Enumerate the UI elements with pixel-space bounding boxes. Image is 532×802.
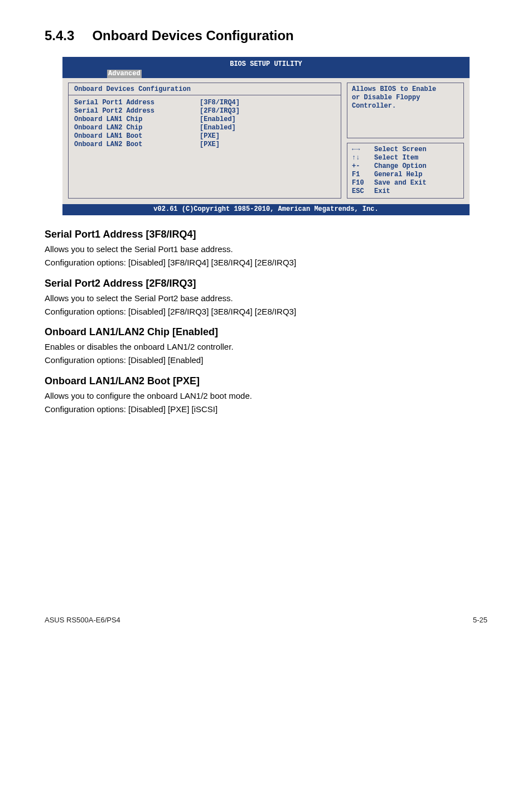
section-title: Onboard Devices Configuration xyxy=(92,28,293,43)
bios-help-line: Allows BIOS to Enable xyxy=(352,85,459,94)
bios-nav-key: ←→ xyxy=(352,146,374,154)
bios-panel-heading: Onboard Devices Configuration xyxy=(74,85,335,94)
bios-nav-desc: Change Option xyxy=(374,162,427,171)
bios-row-label: Serial Port1 Address xyxy=(74,99,200,107)
bios-screenshot: BIOS SETUP UTILITY Advanced Onboard Devi… xyxy=(62,57,470,215)
footer-product: ASUS RS500A-E6/PS4 xyxy=(45,616,120,624)
bios-nav-line: +- Change Option xyxy=(352,162,459,171)
bios-nav-key: F1 xyxy=(352,171,374,179)
bios-row-value: [Enabled] xyxy=(200,124,236,132)
bios-nav-box: ←→ Select Screen ↑↓ Select Item +- Chang… xyxy=(347,143,464,199)
body-text: Allows you to select the Serial Port1 ba… xyxy=(45,244,487,255)
bios-nav-desc: Save and Exit xyxy=(374,179,427,187)
bios-nav-desc: General Help xyxy=(374,171,422,179)
bios-footer: v02.61 (C)Copyright 1985-2010, American … xyxy=(62,204,470,215)
footer-page-number: 5-25 xyxy=(473,616,487,624)
bios-body: Onboard Devices Configuration Serial Por… xyxy=(62,78,470,204)
bios-row: Serial Port2 Address [2F8/IRQ3] xyxy=(74,107,335,115)
bios-help-line: Controller. xyxy=(352,102,459,110)
bios-row: Onboard LAN2 Chip [Enabled] xyxy=(74,124,335,132)
bios-tab-advanced: Advanced xyxy=(107,70,142,78)
bios-nav-key: ESC xyxy=(352,187,374,196)
page-footer: ASUS RS500A-E6/PS4 5-25 xyxy=(45,616,487,624)
divider xyxy=(69,95,341,95)
section-number: 5.4.3 xyxy=(45,28,74,44)
bios-row-value: [PXE] xyxy=(200,132,220,141)
bios-row-label: Serial Port2 Address xyxy=(74,107,200,115)
bios-nav-line: ↑↓ Select Item xyxy=(352,154,459,162)
bios-nav-key: +- xyxy=(352,162,374,171)
body-text: Configuration options: [Disabled] [PXE] … xyxy=(45,404,487,415)
bios-row: Serial Port1 Address [3F8/IRQ4] xyxy=(74,99,335,107)
subsection-heading: Serial Port2 Address [2F8/IRQ3] xyxy=(45,278,487,289)
bios-row: Onboard LAN2 Boot [PXE] xyxy=(74,141,335,149)
subsection-heading: Onboard LAN1/LAN2 Boot [PXE] xyxy=(45,375,487,387)
bios-nav-desc: Exit xyxy=(374,187,390,196)
bios-header: BIOS SETUP UTILITY Advanced xyxy=(62,57,470,78)
body-text: Configuration options: [Disabled] [3F8/I… xyxy=(45,257,487,268)
body-text: Allows you to select the Serial Port2 ba… xyxy=(45,293,487,304)
bios-nav-key: ↑↓ xyxy=(352,154,374,162)
bios-title: BIOS SETUP UTILITY xyxy=(68,60,464,69)
bios-nav-line: F1 General Help xyxy=(352,171,459,179)
bios-nav-key: F10 xyxy=(352,179,374,187)
body-text: Configuration options: [Disabled] [Enabl… xyxy=(45,355,487,366)
bios-nav-desc: Select Item xyxy=(374,154,418,162)
bios-row-label: Onboard LAN2 Chip xyxy=(74,124,200,132)
bios-row-label: Onboard LAN1 Boot xyxy=(74,132,200,141)
bios-help-line: or Disable Floppy xyxy=(352,94,459,102)
bios-nav-line: ESC Exit xyxy=(352,187,459,196)
bios-row: Onboard LAN1 Chip [Enabled] xyxy=(74,115,335,124)
bios-row-value: [PXE] xyxy=(200,141,220,149)
bios-row-label: Onboard LAN2 Boot xyxy=(74,141,200,149)
subsection-heading: Onboard LAN1/LAN2 Chip [Enabled] xyxy=(45,326,487,338)
body-text: Allows you to configure the onboard LAN1… xyxy=(45,390,487,402)
section-heading: 5.4.3Onboard Devices Configuration xyxy=(45,28,487,44)
bios-row: Onboard LAN1 Boot [PXE] xyxy=(74,132,335,141)
bios-row-value: [2F8/IRQ3] xyxy=(200,107,240,115)
bios-tab-bar: Advanced xyxy=(68,70,464,78)
body-text: Enables or disables the onboard LAN1/2 c… xyxy=(45,341,487,352)
bios-nav-line: ←→ Select Screen xyxy=(352,146,459,154)
bios-left-panel: Onboard Devices Configuration Serial Por… xyxy=(68,83,341,199)
bios-row-value: [Enabled] xyxy=(200,115,236,124)
body-text: Configuration options: [Disabled] [2F8/I… xyxy=(45,306,487,317)
bios-nav-line: F10 Save and Exit xyxy=(352,179,459,187)
bios-right-panel: Allows BIOS to Enable or Disable Floppy … xyxy=(347,83,464,199)
bios-help-box: Allows BIOS to Enable or Disable Floppy … xyxy=(347,83,464,138)
bios-row-label: Onboard LAN1 Chip xyxy=(74,115,200,124)
subsection-heading: Serial Port1 Address [3F8/IRQ4] xyxy=(45,229,487,240)
bios-nav-desc: Select Screen xyxy=(374,146,427,154)
bios-row-value: [3F8/IRQ4] xyxy=(200,99,240,107)
